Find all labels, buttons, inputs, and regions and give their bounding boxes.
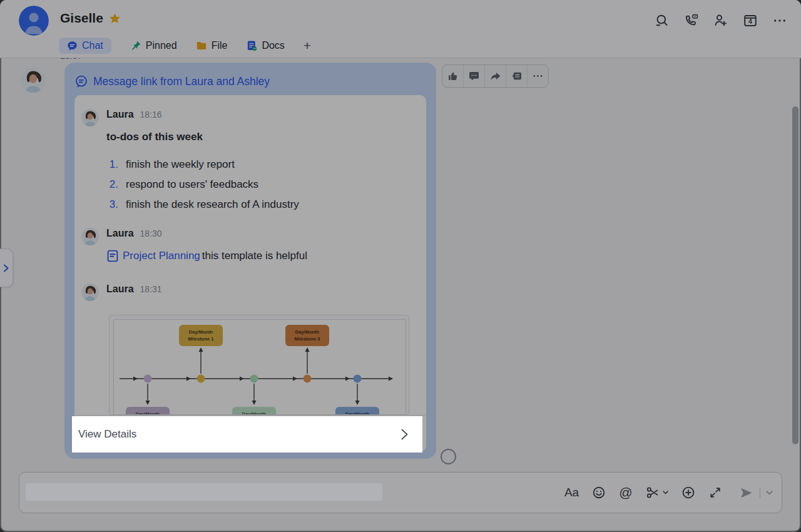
emoji-icon	[591, 485, 606, 500]
send-icon	[738, 485, 754, 501]
sender-name: Laura	[106, 109, 134, 120]
send-options-chevron-icon[interactable]	[766, 491, 773, 495]
search-icon	[655, 13, 670, 28]
scrollbar-thumb[interactable]	[792, 106, 798, 444]
message-input-box[interactable]: Aa @	[19, 472, 782, 513]
tab-file-label: File	[212, 40, 228, 51]
doc-link[interactable]: Project Planning	[123, 250, 200, 262]
list-number: 3.	[106, 198, 118, 211]
mention-button[interactable]: @	[619, 485, 632, 500]
calendar-icon: 4	[743, 13, 758, 28]
chevron-right-icon	[3, 264, 9, 272]
laura-photo-avatar	[81, 109, 99, 126]
add-member-button[interactable]	[713, 13, 728, 28]
attach-button[interactable]	[681, 485, 696, 500]
todo-list: 1. finish the weekly report 2. respond t…	[106, 155, 299, 215]
forward-arrow-icon	[489, 70, 501, 82]
sender-avatar[interactable]	[21, 68, 46, 93]
scissors-icon	[645, 485, 660, 500]
message-text: this template is helpful	[202, 250, 307, 262]
milestone-timeline-image: Day/Month Milestone 1 Day/Month Mileston…	[110, 315, 409, 415]
forward-button[interactable]	[485, 65, 506, 87]
lark-chat-window: Giselle Chat Pinned	[0, 0, 801, 532]
favorite-star-icon[interactable]	[109, 13, 121, 24]
tab-pinned-label: Pinned	[146, 40, 177, 51]
comment-button[interactable]	[464, 65, 484, 87]
text-format-icon: Aa	[564, 486, 579, 499]
card-footer-divider	[74, 415, 426, 416]
more-button[interactable]	[772, 13, 787, 28]
expand-composer-button[interactable]	[708, 486, 722, 499]
message-time: 18:31	[140, 284, 162, 294]
message-hover-toolbar	[442, 64, 549, 88]
sender-name: Laura	[106, 228, 134, 239]
folder-icon	[196, 40, 207, 51]
tab-file[interactable]: File	[196, 40, 228, 51]
list-text: finish the weekly report	[126, 158, 235, 171]
search-button[interactable]	[655, 13, 670, 28]
milestone-box-label: Day/Month	[295, 329, 320, 335]
page-title: Giselle	[60, 11, 103, 26]
video-call-button[interactable]	[684, 13, 699, 28]
laura-avatar[interactable]	[81, 109, 99, 126]
chat-bubble-icon	[67, 41, 78, 51]
tab-docs[interactable]: Docs	[246, 40, 284, 51]
emoji-button[interactable]	[591, 485, 606, 500]
composer-toolbar: Aa @	[564, 473, 773, 513]
draft-text-placeholder	[26, 483, 382, 501]
message-heading: to-dos of this week	[106, 131, 203, 143]
message-time: 18:16	[140, 110, 162, 120]
send-button[interactable]	[738, 485, 754, 501]
avatar[interactable]	[19, 6, 49, 36]
laura-avatar[interactable]	[81, 284, 99, 301]
chat-header: Giselle Chat Pinned	[0, 0, 801, 58]
thumbs-up-button[interactable]	[442, 65, 463, 87]
document-icon	[106, 250, 119, 262]
merged-messages-card: Laura 18:16 to-dos of this week 1. finis…	[74, 95, 426, 452]
calendar-button[interactable]: 4	[743, 13, 758, 28]
default-person-avatar-icon	[19, 6, 49, 36]
more-ellipsis-icon	[772, 13, 787, 28]
tab-chat[interactable]: Chat	[59, 38, 111, 54]
plus-circle-icon	[681, 485, 696, 500]
message-meta: Laura 18:30	[106, 228, 162, 239]
read-status-indicator[interactable]	[441, 449, 456, 464]
milestone-box-label: Day/Month	[189, 329, 213, 335]
message-link-header[interactable]: Message link from Laura and Ashley	[74, 74, 270, 88]
sidebar-expand-handle[interactable]	[0, 248, 13, 287]
add-member-icon	[713, 13, 728, 28]
view-details-button[interactable]: View Details	[73, 417, 421, 451]
list-number: 2.	[106, 178, 118, 191]
view-details-label: View Details	[78, 428, 136, 441]
tab-chat-label: Chat	[82, 40, 103, 51]
reply-quote-icon	[511, 70, 523, 82]
tab-pinned[interactable]: Pinned	[130, 40, 177, 51]
message-meta: Laura 18:16	[106, 109, 162, 120]
laura-photo-avatar	[81, 284, 99, 301]
toolbar-more-button[interactable]	[528, 65, 548, 87]
add-tab-button[interactable]: +	[304, 39, 311, 52]
send-group	[738, 485, 773, 501]
laura-photo-avatar	[21, 68, 46, 93]
reply-button[interactable]	[506, 65, 527, 87]
more-ellipsis-icon	[532, 70, 544, 82]
list-item: 3. finish the desk research of A industr…	[106, 195, 299, 215]
video-call-icon	[684, 13, 699, 28]
list-text: respond to users' feedbacks	[126, 178, 258, 191]
doc-link-row: Project Planning this template is helpfu…	[106, 250, 307, 262]
milestone-box-label: Milestone 1	[188, 336, 214, 342]
screenshot-button[interactable]	[645, 485, 668, 500]
chevron-right-icon	[400, 428, 409, 441]
list-item: 1. finish the weekly report	[106, 155, 299, 175]
chevron-down-icon	[663, 491, 668, 494]
list-item: 2. respond to users' feedbacks	[106, 175, 299, 195]
message-link-bubble[interactable]: Message link from Laura and Ashley Laura…	[64, 63, 436, 459]
sender-name: Laura	[106, 284, 134, 295]
tab-bar: Chat Pinned File	[59, 36, 311, 56]
laura-avatar[interactable]	[81, 228, 99, 245]
message-time: 18:30	[140, 228, 162, 238]
send-divider	[760, 488, 761, 498]
text-format-button[interactable]: Aa	[564, 486, 579, 499]
timeline-image-attachment[interactable]: Day/Month Milestone 1 Day/Month Mileston…	[109, 315, 409, 415]
expand-icon	[708, 486, 722, 499]
